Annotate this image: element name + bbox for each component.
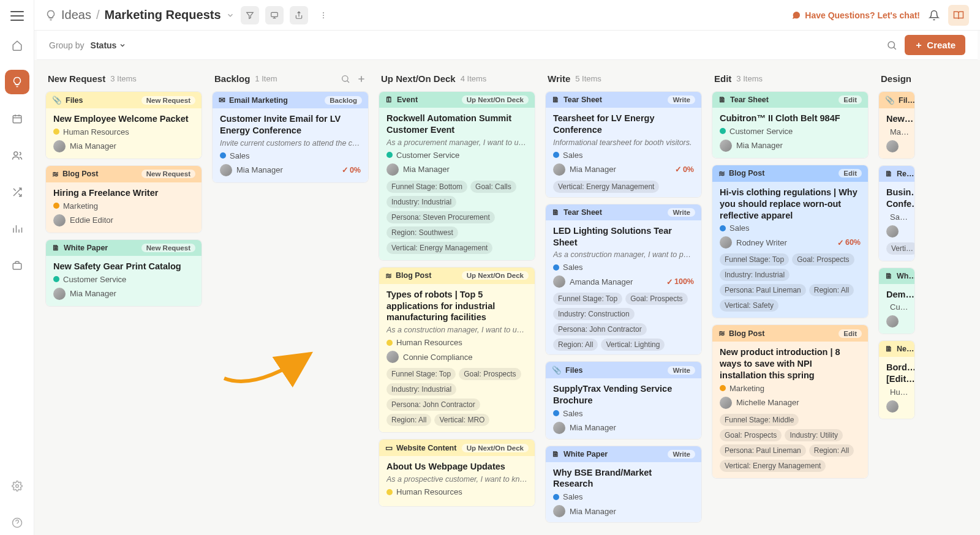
tag: Vertical: Energy Management	[553, 181, 659, 193]
topbar: Ideas / Marketing Requests Have Question…	[34, 0, 980, 31]
tag: Persona: John Contractor	[386, 398, 480, 411]
tag: Goal: Prospects	[792, 253, 854, 266]
share-button[interactable]	[290, 6, 308, 24]
tag: Funnel Stage: Top	[386, 368, 456, 380]
display-button[interactable]	[265, 6, 284, 24]
tag: Goal: Prospects	[720, 429, 782, 441]
card[interactable]: ≋Blog PostUp Next/On Deck Types of robot…	[379, 267, 535, 433]
card[interactable]: 🗎Wh…Dem…Cu…	[878, 268, 915, 335]
tag-list: Funnel Stage: BottomGoal: CallsIndustry:…	[386, 181, 527, 254]
tag: Persona: John Contractor	[553, 323, 647, 335]
tag: Goal: Calls	[470, 181, 516, 193]
card[interactable]: 🗎Tear SheetEdit Cubitron™ II Cloth Belt …	[712, 91, 869, 159]
kanban-board[interactable]: New Request3 Items 📎FilesNew Request New…	[34, 60, 980, 535]
groupby-select[interactable]: Status	[91, 40, 127, 50]
mail-icon: ✉	[219, 95, 225, 105]
card[interactable]: 🗓EventUp Next/On Deck Rockwell Automatio…	[379, 91, 535, 261]
left-sidebar	[0, 0, 34, 535]
card[interactable]: ✉Email MarketingBacklog Customer Invite …	[212, 91, 369, 183]
column-edit: Edit3 Items 🗎Tear SheetEdit Cubitron™ II…	[712, 71, 869, 535]
tag: Funnel Stage: Top	[553, 293, 622, 305]
svg-point-8	[323, 17, 324, 18]
nav-analytics[interactable]	[5, 217, 29, 241]
card[interactable]: 🗎Tear SheetWrite LED Lighting Solutions …	[545, 204, 702, 355]
nav-briefcase[interactable]	[5, 253, 29, 278]
more-button[interactable]	[314, 6, 333, 24]
create-button[interactable]: Create	[905, 35, 965, 55]
chevron-down-icon[interactable]	[226, 11, 235, 20]
rss-icon: ≋	[52, 170, 59, 179]
column-write: Write5 Items 🗎Tear SheetWrite Tearsheet …	[545, 71, 702, 535]
tag: Region: All	[553, 339, 598, 351]
tag: Industry: Industrial	[386, 383, 456, 395]
nav-calendar[interactable]	[5, 107, 29, 131]
tag: Persona: Steven Procurement	[386, 211, 495, 223]
tag: Goal: Prospects	[625, 293, 687, 305]
svg-rect-0	[13, 116, 21, 123]
tag: Region: All	[809, 284, 854, 296]
tag: Industry: Utility	[785, 429, 843, 441]
column-up-next: Up Next/On Deck4 Items 🗓EventUp Next/On …	[379, 71, 535, 535]
document-icon: 🗎	[52, 244, 60, 252]
tag: Funnel Stage: Top	[720, 253, 789, 266]
card[interactable]: 🗎Ne…Bord… [Edit…Hu…	[878, 340, 915, 419]
groupby-label: Group by	[49, 40, 85, 50]
tag: Vertical: Safety	[720, 299, 778, 312]
attachment-icon: 📎	[52, 95, 62, 105]
tag: Funnel Stage: Bottom	[386, 181, 467, 193]
chat-link[interactable]: Have Questions? Let's chat!	[791, 10, 920, 20]
calendar-icon: 🗓	[385, 95, 393, 104]
tag: Goal: Prospects	[459, 368, 521, 380]
tag: Industry: Industrial	[720, 269, 790, 281]
filter-button[interactable]	[241, 6, 259, 24]
tag: Vertical: Lighting	[601, 339, 665, 351]
svg-rect-5	[271, 12, 277, 17]
tag: Industry: Industrial	[386, 196, 456, 208]
search-icon[interactable]	[341, 74, 350, 84]
card[interactable]: ≋Blog PostEdit Hi-vis clothing regulatio…	[712, 165, 869, 319]
svg-point-10	[342, 75, 348, 81]
breadcrumb-root[interactable]: Ideas	[61, 8, 91, 22]
docs-button[interactable]	[948, 5, 969, 26]
tag: Region: All	[386, 414, 431, 426]
toolbar: Group by Status Create	[37, 31, 978, 60]
card[interactable]: ≋Blog PostNew Request Hiring a Freelance…	[45, 165, 202, 233]
card[interactable]: 🗎White PaperWrite Why BSE Brand/Market R…	[545, 446, 702, 523]
breadcrumb[interactable]: Ideas / Marketing Requests	[45, 8, 235, 22]
tag: Vertical: Energy Management	[720, 460, 826, 472]
nav-shuffle[interactable]	[5, 180, 29, 204]
settings-icon[interactable]	[5, 474, 29, 498]
tag: Persona: Paul Lineman	[720, 444, 806, 457]
breadcrumb-current[interactable]: Marketing Requests	[105, 8, 221, 22]
search-icon[interactable]	[886, 40, 897, 51]
card[interactable]: 📎FilesNew Request New Employee Welcome P…	[45, 91, 202, 159]
column-backlog: Backlog1 Item ✉Email MarketingBacklog Cu…	[212, 71, 369, 535]
svg-rect-2	[13, 263, 21, 269]
help-icon[interactable]	[5, 511, 29, 535]
svg-point-9	[888, 42, 895, 48]
lightbulb-icon	[45, 10, 56, 21]
svg-point-7	[323, 15, 324, 16]
tag: Vertical: Energy Management	[386, 242, 492, 254]
menu-toggle[interactable]	[10, 11, 24, 21]
nav-home[interactable]	[5, 33, 29, 58]
card[interactable]: 🗎Tear SheetWrite Tearsheet for LV Energy…	[545, 91, 702, 198]
tag: Vertical: MRO	[434, 414, 489, 426]
bell-icon[interactable]	[929, 10, 940, 21]
tag: Verti…	[886, 242, 915, 255]
nav-ideas[interactable]	[5, 70, 29, 94]
card[interactable]: 📎Fil…New…Ma…	[878, 91, 915, 159]
tag: Industry: Construction	[553, 308, 635, 320]
avatar	[53, 140, 66, 152]
nav-team[interactable]	[5, 143, 29, 168]
column-design: Design 📎Fil…New…Ma… 🗎Re…Busin… Confe…Sa……	[878, 71, 915, 535]
card[interactable]: 🗎Re…Busin… Confe…Sa…Verti…	[878, 165, 915, 261]
svg-point-3	[15, 485, 18, 488]
progress-badge: ✓0%	[342, 165, 361, 174]
plus-icon[interactable]	[356, 74, 366, 84]
card[interactable]: 📎FilesWrite SupplyTrax Vending Service B…	[545, 361, 702, 439]
chat-icon	[791, 10, 801, 20]
card[interactable]: ≋Blog PostEdit New product introduction …	[712, 324, 869, 479]
card[interactable]: 🗎White PaperNew Request New Safety Gear …	[45, 239, 202, 307]
card[interactable]: ▭Website ContentUp Next/On Deck About Us…	[379, 439, 535, 507]
